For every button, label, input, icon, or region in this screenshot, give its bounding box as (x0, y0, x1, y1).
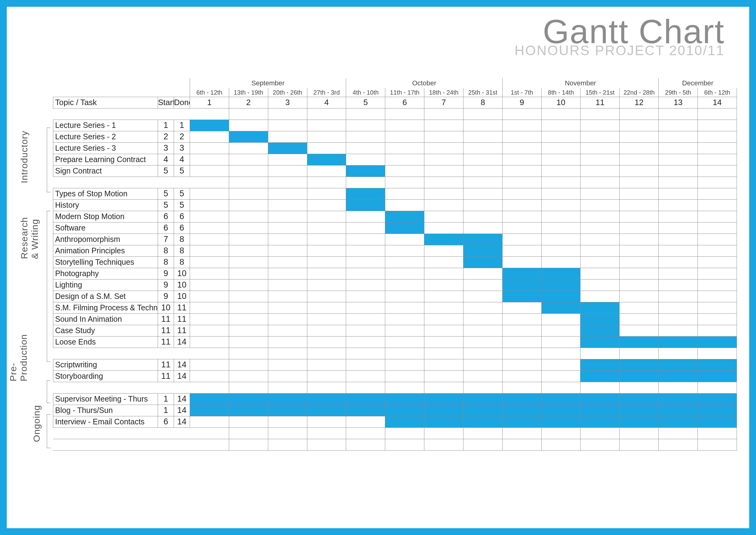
spacer-row (53, 348, 737, 359)
task-start-cell: 11 (158, 370, 174, 382)
gantt-cell-empty (190, 336, 229, 348)
gantt-cell-empty (190, 165, 229, 177)
gantt-cell-empty (620, 120, 659, 131)
gantt-cell-empty (541, 142, 580, 154)
gantt-cell-empty (463, 188, 502, 199)
gantt-cell-empty (463, 370, 502, 382)
task-start-cell: 8 (158, 256, 174, 268)
task-row: Modern Stop Motion66 (53, 211, 737, 222)
spacer-cell (158, 108, 174, 120)
gantt-cell-bar (463, 393, 502, 405)
task-done-cell: 2 (174, 131, 190, 142)
gantt-cell-empty (541, 245, 580, 256)
gantt-cell-bar (268, 405, 307, 416)
gantt-cell-empty (190, 325, 229, 336)
gantt-cell-empty (307, 336, 346, 348)
task-row: Lecture Series - 222 (53, 131, 737, 142)
gantt-cell-bar (385, 405, 424, 416)
gantt-cell-empty (541, 165, 580, 177)
date-range-header: 27th - 3rd (307, 88, 346, 97)
gantt-cell-empty (580, 234, 620, 245)
gantt-cell-empty (620, 348, 659, 359)
week-number-header: 2 (229, 97, 268, 108)
gantt-cell-empty (502, 428, 541, 439)
task-start-cell: 6 (158, 211, 174, 222)
gantt-cell-empty (307, 177, 346, 188)
task-row: Lighting910 (53, 279, 737, 291)
task-row: Storyboarding1114 (53, 370, 737, 382)
gantt-cell-empty (229, 291, 268, 302)
gantt-cell-empty (541, 211, 580, 222)
gantt-cell-empty (541, 177, 580, 188)
task-start-cell: 7 (158, 234, 174, 245)
gantt-cell-bar (541, 416, 580, 428)
gantt-cell-empty (698, 131, 737, 142)
gantt-cell-empty (424, 302, 464, 313)
task-row: Sign Contract55 (53, 165, 737, 177)
task-start-cell: 11 (158, 359, 174, 370)
task-name-cell: Modern Stop Motion (53, 211, 158, 222)
gantt-cell-empty (190, 188, 229, 199)
gantt-cell-empty (268, 165, 307, 177)
gantt-cell-empty (385, 268, 424, 279)
gantt-cell-empty (463, 348, 502, 359)
gantt-cell-empty (190, 382, 229, 393)
gantt-cell-empty (190, 177, 229, 188)
week-number-header: 3 (268, 97, 307, 108)
gantt-cell-empty (385, 199, 424, 211)
gantt-cell-empty (385, 131, 424, 142)
gantt-cell-empty (424, 188, 464, 199)
gantt-cell-empty (268, 313, 307, 325)
gantt-cell-empty (424, 177, 464, 188)
gantt-cell-empty (190, 211, 229, 222)
gantt-cell-empty (580, 154, 620, 165)
task-done-cell: 10 (174, 291, 190, 302)
gantt-cell-empty (463, 439, 502, 450)
gantt-cell-bar (620, 393, 659, 405)
gantt-cell-empty (541, 428, 580, 439)
gantt-cell-bar (620, 370, 659, 382)
gantt-cell-empty (659, 154, 698, 165)
page-subtitle: HONOURS PROJECT 2010/11 (19, 44, 725, 57)
gantt-cell-empty (620, 428, 659, 439)
task-row: Animation Principles88 (53, 245, 737, 256)
gantt-cell-empty (580, 188, 620, 199)
section-label-research: Research & Writing (19, 217, 40, 259)
gantt-cell-empty (424, 336, 464, 348)
gantt-cell-bar (659, 416, 698, 428)
task-name-cell: Prepare Learning Contract (53, 154, 158, 165)
week-number-header: 13 (659, 97, 698, 108)
date-range-header: 6th - 12th (190, 88, 229, 97)
gantt-cell-empty (463, 199, 502, 211)
spacer-cell (174, 382, 190, 393)
task-start-cell: 10 (158, 302, 174, 313)
column-header-task: Topic / Task (53, 97, 158, 108)
gantt-cell-bar (463, 405, 502, 416)
chart-area: Introductory Research & Writing Pre-Prod… (19, 78, 737, 451)
gantt-cell-empty (580, 348, 620, 359)
gantt-cell-empty (659, 256, 698, 268)
gantt-cell-empty (268, 234, 307, 245)
gantt-cell-empty (502, 199, 541, 211)
gantt-cell-empty (659, 131, 698, 142)
gantt-cell-empty (463, 268, 502, 279)
gantt-cell-empty (268, 336, 307, 348)
gantt-cell-bar (346, 393, 385, 405)
gantt-cell-bar (502, 393, 541, 405)
gantt-cell-empty (268, 370, 307, 382)
gantt-cell-empty (268, 188, 307, 199)
gantt-cell-empty (659, 199, 698, 211)
gantt-cell-bar (580, 359, 620, 370)
gantt-cell-empty (190, 142, 229, 154)
gantt-cell-empty (580, 428, 620, 439)
task-done-cell: 10 (174, 279, 190, 291)
gantt-cell-empty (502, 370, 541, 382)
gantt-cell-empty (190, 291, 229, 302)
gantt-cell-empty (502, 348, 541, 359)
gantt-cell-empty (659, 313, 698, 325)
task-start-cell: 9 (158, 291, 174, 302)
gantt-cell-empty (541, 154, 580, 165)
gantt-cell-empty (541, 234, 580, 245)
task-start-cell: 9 (158, 279, 174, 291)
gantt-cell-empty (229, 199, 268, 211)
